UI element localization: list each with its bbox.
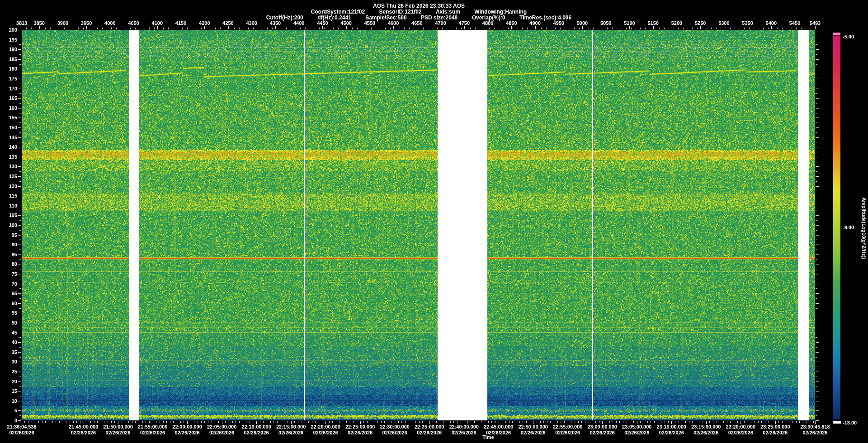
date-value: 02/26/2026: [103, 430, 132, 436]
record-number-tick-label: 5000: [577, 20, 588, 26]
time-value: 21:45:00.000: [69, 424, 98, 430]
date-value: 02/26/2026: [518, 430, 547, 436]
header-settings-row-2: Cutoff(Hz):200 df(Hz):0.2441 Sample/Sec:…: [22, 14, 816, 21]
record-number-tick-label: 4950: [553, 20, 564, 26]
record-number-tick-label: 5050: [600, 20, 611, 26]
time-tick-label: 21:36:04.53802/26/2026: [7, 424, 36, 436]
frequency-tick-label: 10: [1, 398, 17, 404]
record-number-tick-label: 4000: [104, 20, 115, 26]
record-number-tick-label: 5450: [789, 20, 800, 26]
record-number-tick-label: 5150: [647, 20, 658, 26]
record-number-tick-label: 5100: [624, 20, 635, 26]
time-value: 21:36:04.538: [7, 424, 36, 430]
frequency-tick-label: 185: [1, 57, 17, 62]
time-axis-title: Time: [482, 434, 494, 440]
frequency-tick-label: 35: [1, 349, 17, 355]
time-value: 23:10:00.000: [657, 424, 686, 430]
frequency-tick-label: 25: [1, 369, 17, 374]
record-number-tick-label: 4200: [199, 20, 210, 26]
date-value: 02/26/2026: [311, 430, 340, 436]
record-number-tick-label: 5493: [810, 20, 821, 26]
colorbar-min-label: -13.00: [843, 420, 857, 425]
frequency-tick-label: 180: [1, 66, 17, 71]
time-tick-label: 23:00:00.00002/26/2026: [588, 424, 617, 436]
time-tick-label: 22:35:00.00002/26/2026: [415, 424, 444, 436]
time-value: 22:05:00.000: [207, 424, 236, 430]
frequency-tick-label: 50: [1, 320, 17, 325]
record-number-tick-label: 4100: [152, 20, 163, 26]
time-value: 22:30:00.000: [380, 424, 409, 430]
date-value: 02/26/2026: [207, 430, 236, 436]
time-value: 22:40:00.000: [449, 424, 478, 430]
record-number-tick-label: 5350: [742, 20, 753, 26]
time-tick-label: 22:15:00.00002/26/2026: [276, 424, 306, 436]
record-number-tick-label: 3900: [57, 20, 68, 26]
date-value: 02/26/2026: [7, 430, 36, 436]
axis-value: Axis:sum: [436, 9, 460, 15]
frequency-tick-label: 125: [1, 174, 17, 179]
frequency-tick-label: 130: [1, 164, 17, 169]
header-title: AOS Thu 26 Feb 2026 23:30:33 AOS: [22, 3, 816, 9]
time-tick-label: 21:50:00.00002/26/2026: [103, 424, 132, 436]
frequency-tick-label: 135: [1, 154, 17, 160]
date-value: 02/26/2026: [657, 430, 686, 436]
frequency-tick-label: 80: [1, 261, 17, 267]
date-value: 02/26/2026: [172, 430, 202, 436]
date-value: 02/26/2026: [449, 430, 478, 436]
time-value: 23:05:00.000: [622, 424, 651, 430]
time-value: 23:15:00.000: [691, 424, 721, 430]
time-tick-label: 22:25:00.00002/26/2026: [345, 424, 375, 436]
time-value: 22:50:00.000: [518, 424, 547, 430]
record-number-tick-label: 5400: [766, 20, 777, 26]
date-value: 02/26/2026: [69, 430, 98, 436]
time-tick-label: 21:55:00.00002/26/2026: [138, 424, 167, 436]
record-number-tick-label: 4700: [435, 20, 446, 26]
time-tick-label: 22:30:00.00002/26/2026: [380, 424, 409, 436]
date-value: 02/26/2026: [760, 430, 790, 436]
record-number-tick-label: 4350: [270, 20, 281, 26]
frequency-tick-label: 65: [1, 291, 17, 296]
frequency-tick-label: 150: [1, 125, 17, 130]
frequency-tick-label: 110: [1, 203, 17, 208]
time-tick-label: 23:20:00.00002/26/2026: [726, 424, 755, 436]
time-tick-label: 22:55:00.00002/26/2026: [553, 424, 582, 436]
header-settings-row-1: CoordSystem:121f02 SensorID:121f02 Axis:…: [22, 9, 816, 15]
frequency-tick-label: 155: [1, 115, 17, 120]
time-tick-label: 22:05:00.00002/26/2026: [207, 424, 236, 436]
coord-system-value: CoordSystem:121f02: [311, 9, 365, 15]
record-number-tick-label: 4850: [506, 20, 517, 26]
frequency-tick-label: 170: [1, 86, 17, 91]
record-number-tick-label: 4650: [411, 20, 422, 26]
record-number-tick-label: 4500: [340, 20, 351, 26]
frequency-tick-label: 70: [1, 281, 17, 287]
frequency-tick-label: 190: [1, 47, 17, 52]
colorbar-max-label: -5.00: [843, 34, 854, 39]
time-value: 21:50:00.000: [103, 424, 132, 430]
windowing-value: Windowing:Hanning: [474, 9, 527, 15]
date-value: 02/26/2026: [726, 430, 755, 436]
record-number-tick-label: 4450: [317, 20, 328, 26]
frequency-tick-label: 20: [1, 379, 17, 384]
record-number-tick-label: 4300: [246, 20, 257, 26]
time-value: 22:15:00.000: [276, 424, 306, 430]
record-number-tick-label: 5200: [671, 20, 682, 26]
time-value: 21:55:00.000: [138, 424, 167, 430]
time-tick-label: 23:30:45.81802/26/2026: [800, 424, 830, 436]
record-number-tick-label: 4400: [293, 20, 304, 26]
frequency-tick-label: 200: [1, 27, 17, 33]
date-value: 02/26/2026: [800, 430, 830, 436]
frequency-tick-label: 60: [1, 301, 17, 306]
colorbar-mid-label: -9.00: [843, 225, 854, 230]
record-number-tick-label: 4600: [388, 20, 399, 26]
time-value: 22:00:00.000: [172, 424, 202, 430]
time-value: 22:10:00.000: [241, 424, 271, 430]
date-value: 02/26/2026: [380, 430, 409, 436]
spectrogram-canvas[interactable]: [0, 0, 868, 443]
frequency-tick-label: 165: [1, 95, 17, 101]
frequency-tick-label: 5: [1, 408, 17, 413]
time-tick-label: 22:50:00.00002/26/2026: [518, 424, 547, 436]
time-value: 23:00:00.000: [588, 424, 617, 430]
sample-rate-value: Sample/Sec:500: [365, 14, 406, 21]
frequency-tick-label: 100: [1, 222, 17, 228]
record-number-tick-label: 4150: [175, 20, 186, 26]
